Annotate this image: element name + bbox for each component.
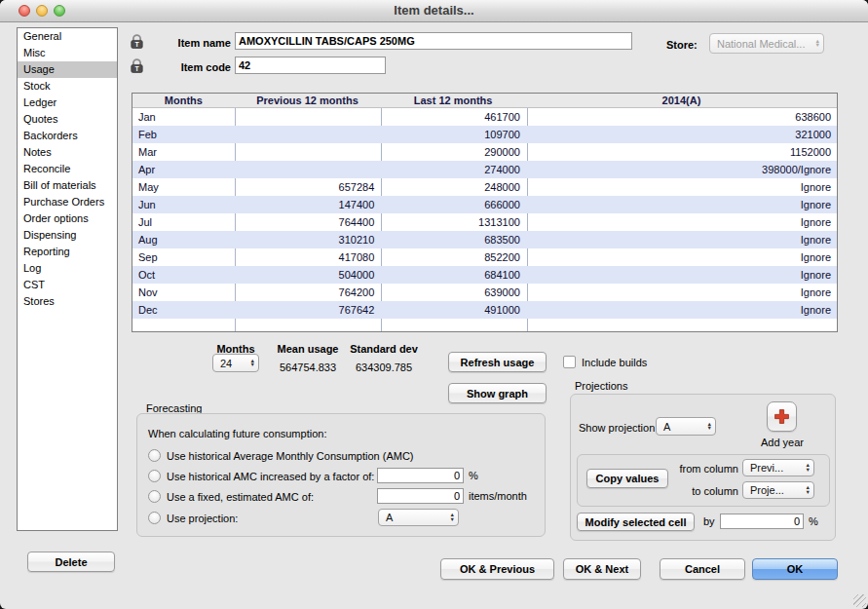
column-header-last-12[interactable]: Last 12 months <box>380 94 526 107</box>
table-cell[interactable]: Ignore <box>526 301 837 319</box>
table-cell[interactable]: Ignore <box>526 178 837 196</box>
sidebar-item-backorders[interactable]: Backorders <box>18 128 117 144</box>
table-cell[interactable]: 417080 <box>235 248 381 266</box>
table-cell[interactable] <box>235 126 381 143</box>
sidebar-item-reconcile[interactable]: Reconcile <box>18 161 117 177</box>
title-bar[interactable]: Item details... <box>0 0 868 22</box>
usage-table-row-dec[interactable]: Dec767642491000Ignore <box>132 301 837 319</box>
sidebar-item-bill-of-materials[interactable]: Bill of materials <box>18 177 117 194</box>
cancel-button[interactable]: Cancel <box>660 558 745 580</box>
table-cell[interactable]: 683500 <box>380 231 526 248</box>
table-cell[interactable]: 398000/Ignore <box>526 161 837 178</box>
table-cell[interactable]: Ignore <box>526 231 837 248</box>
table-cell[interactable]: Feb <box>132 126 235 143</box>
table-cell[interactable] <box>235 161 381 178</box>
table-cell[interactable]: Dec <box>132 301 235 319</box>
sidebar-item-stores[interactable]: Stores <box>18 293 117 310</box>
usage-table-row-jun[interactable]: Jun147400666000Ignore <box>132 196 837 213</box>
table-cell[interactable]: Sep <box>132 248 235 266</box>
table-cell[interactable]: 764400 <box>235 213 381 231</box>
table-cell[interactable]: May <box>132 178 235 196</box>
fixed-amc-input[interactable] <box>377 488 464 504</box>
sidebar-item-general[interactable]: General <box>18 28 117 45</box>
usage-table-header[interactable]: Months Previous 12 months Last 12 months… <box>132 94 837 108</box>
table-cell[interactable]: Apr <box>132 161 235 178</box>
table-cell[interactable]: 684100 <box>380 266 526 284</box>
table-cell[interactable]: 321000 <box>526 126 837 143</box>
copy-values-button[interactable]: Copy values <box>586 469 668 488</box>
usage-table-row-oct[interactable]: Oct504000684100Ignore <box>132 266 837 284</box>
usage-table-row-sep[interactable]: Sep417080852200Ignore <box>132 248 837 266</box>
use-projection-select[interactable]: A ▲▼ <box>378 509 459 526</box>
add-year-button[interactable] <box>767 401 797 432</box>
sidebar-item-misc[interactable]: Misc <box>18 45 117 61</box>
sidebar-item-stock[interactable]: Stock <box>18 78 117 95</box>
show-projection-select[interactable]: A ▲▼ <box>656 417 716 436</box>
table-cell[interactable]: 248000 <box>380 178 526 196</box>
table-cell[interactable]: Ignore <box>526 266 837 284</box>
table-cell[interactable]: 657284 <box>235 178 381 196</box>
table-cell[interactable]: Jan <box>132 108 235 126</box>
usage-table-row-jul[interactable]: Jul7644001313100Ignore <box>132 213 837 231</box>
table-cell[interactable]: 274000 <box>380 161 526 178</box>
table-cell[interactable]: 638600 <box>526 108 837 126</box>
months-select[interactable]: 24 ▲▼ <box>212 354 259 372</box>
table-cell[interactable]: 764200 <box>235 284 381 301</box>
column-header-months[interactable]: Months <box>132 94 235 107</box>
radio-use-projection[interactable] <box>148 512 161 524</box>
table-cell[interactable]: 147400 <box>235 196 381 213</box>
sidebar-item-order-options[interactable]: Order options <box>18 210 117 227</box>
table-cell[interactable]: 461700 <box>380 108 526 126</box>
usage-table-row-may[interactable]: May657284248000Ignore <box>132 178 837 196</box>
sidebar-item-purchase-orders[interactable]: Purchase Orders <box>18 194 117 210</box>
table-cell[interactable] <box>235 143 381 161</box>
radio-amc-factor[interactable] <box>148 470 161 482</box>
table-cell[interactable]: 1313100 <box>380 213 526 231</box>
from-column-select[interactable]: Previ... ▲▼ <box>742 459 814 476</box>
column-header-2014a[interactable]: 2014(A) <box>526 94 837 107</box>
store-select[interactable]: National Medical... ▲▼ <box>709 33 824 54</box>
ok-next-button[interactable]: OK & Next <box>563 558 641 580</box>
modify-cell-button[interactable]: Modify selected cell <box>577 513 695 531</box>
item-code-input[interactable] <box>235 57 386 74</box>
usage-table-row-jan[interactable]: Jan461700638600 <box>132 108 837 126</box>
table-cell[interactable]: 491000 <box>380 301 526 319</box>
sidebar-item-usage[interactable]: Usage <box>18 61 117 78</box>
table-cell[interactable]: Ignore <box>526 284 837 301</box>
sidebar-item-cst[interactable]: CST <box>18 277 117 293</box>
sidebar-item-quotes[interactable]: Quotes <box>18 111 117 128</box>
ok-button[interactable]: OK <box>752 558 838 580</box>
table-cell[interactable]: Mar <box>132 143 235 161</box>
table-cell[interactable] <box>235 108 381 126</box>
sidebar-item-ledger[interactable]: Ledger <box>18 95 117 111</box>
to-column-select[interactable]: Proje... ▲▼ <box>742 481 814 499</box>
sidebar-item-dispensing[interactable]: Dispensing <box>18 227 117 244</box>
table-cell[interactable]: 639000 <box>380 284 526 301</box>
table-cell[interactable]: Oct <box>132 266 235 284</box>
sidebar-item-reporting[interactable]: Reporting <box>18 244 117 260</box>
table-cell[interactable]: Ignore <box>526 248 837 266</box>
table-cell[interactable]: 109700 <box>380 126 526 143</box>
factor-input[interactable] <box>377 468 464 483</box>
item-name-input[interactable] <box>235 32 632 50</box>
usage-table-row-feb[interactable]: Feb109700321000 <box>132 126 837 143</box>
sidebar-item-log[interactable]: Log <box>18 260 117 277</box>
table-cell[interactable]: 310210 <box>235 231 381 248</box>
table-cell[interactable]: Ignore <box>526 196 837 213</box>
table-cell[interactable]: Nov <box>132 284 235 301</box>
radio-fixed-amc[interactable] <box>148 490 161 503</box>
usage-table-row-nov[interactable]: Nov764200639000Ignore <box>132 284 837 301</box>
include-builds-checkbox[interactable] <box>563 356 576 368</box>
resize-grip[interactable] <box>853 594 866 607</box>
table-cell[interactable]: 1152000 <box>526 143 837 161</box>
table-cell[interactable]: 666000 <box>380 196 526 213</box>
usage-table-row-apr[interactable]: Apr274000398000/Ignore <box>132 161 837 178</box>
radio-amc[interactable] <box>148 449 161 462</box>
refresh-usage-button[interactable]: Refresh usage <box>448 352 547 372</box>
table-cell[interactable]: Aug <box>132 231 235 248</box>
ok-previous-button[interactable]: OK & Previous <box>440 558 554 580</box>
delete-button[interactable]: Delete <box>27 552 115 572</box>
table-cell[interactable]: 767642 <box>235 301 381 319</box>
table-cell[interactable]: Jun <box>132 196 235 213</box>
table-cell[interactable]: 290000 <box>380 143 526 161</box>
